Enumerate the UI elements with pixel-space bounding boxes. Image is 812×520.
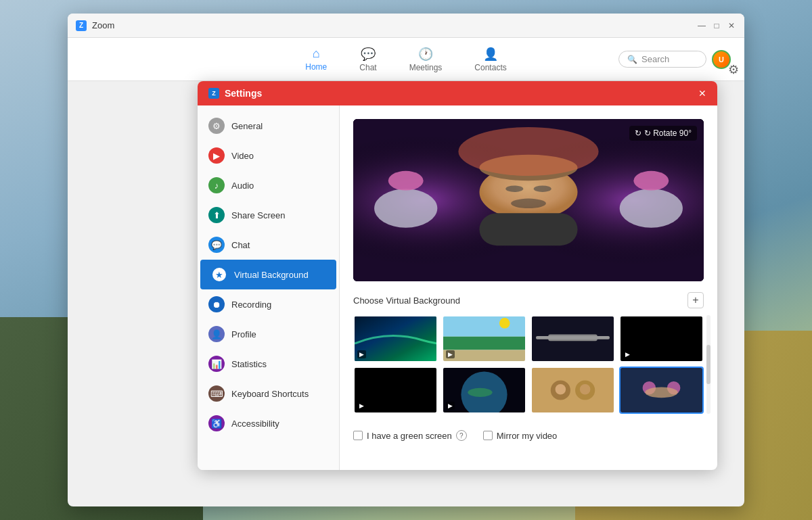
- thumb-black1-video-icon: ▶: [623, 350, 632, 358]
- thumb-video-icon: ▶: [357, 350, 366, 358]
- nav-label-meetings: Meetings: [409, 63, 443, 72]
- profile-icon: 👤: [208, 326, 225, 342]
- sidebar-item-accessibility[interactable]: ♿ Accessibility: [198, 408, 339, 438]
- thumb-beach-video-icon: ▶: [446, 350, 455, 358]
- sidebar-item-statistics[interactable]: 📊 Statistics: [198, 349, 339, 379]
- sidebar-item-share-screen[interactable]: ⬆ Share Screen: [198, 200, 339, 230]
- thumb-selected-inner: [621, 368, 702, 412]
- mirror-video-option[interactable]: Mirror my video: [483, 431, 558, 441]
- nav-label-home: Home: [305, 62, 327, 72]
- sidebar-item-audio[interactable]: ♪ Audio: [198, 170, 339, 200]
- settings-close-button[interactable]: ✕: [698, 88, 706, 99]
- close-button[interactable]: ✕: [727, 21, 736, 30]
- thumb-beach-inner: [443, 316, 525, 361]
- sidebar-label-profile: Profile: [231, 329, 256, 339]
- sidebar-item-virtual-background[interactable]: ★ Virtual Background: [200, 260, 336, 289]
- sidebar-label-keyboard: Keyboard Shortcuts: [231, 389, 309, 399]
- sidebar-item-profile[interactable]: 👤 Profile: [198, 319, 339, 349]
- vbg-section: Choose Virtual Background +: [353, 292, 704, 414]
- nav-item-contacts[interactable]: 👤 Contacts: [469, 44, 512, 75]
- thumb-cats[interactable]: [531, 367, 615, 414]
- thumb-black1[interactable]: ▶: [619, 315, 704, 362]
- svg-rect-17: [443, 350, 525, 362]
- svg-point-10: [511, 199, 546, 208]
- bottom-options: I have a green screen ? Mirror my video: [353, 425, 704, 441]
- thumb-earth[interactable]: ▶: [442, 367, 526, 414]
- settings-title: Settings: [225, 88, 698, 99]
- rotate-icon: ↻: [635, 128, 641, 138]
- mirror-label: Mirror my video: [497, 431, 558, 441]
- app-window: Z Zoom — □ ✕ ⌂ Home 💬 Chat 🕐 Meetings 👤: [68, 14, 744, 506]
- video-icon: ▶: [208, 147, 225, 164]
- sidebar-item-video[interactable]: ▶ Video: [198, 141, 339, 170]
- sidebar-label-recording: Recording: [231, 300, 271, 310]
- accessibility-icon: ♿: [208, 415, 225, 431]
- thumbnail-grid: ▶: [353, 315, 704, 414]
- share-screen-icon: ⬆: [208, 207, 225, 223]
- sidebar-item-recording[interactable]: ⏺ Recording: [198, 289, 339, 319]
- keyboard-icon: ⌨: [208, 385, 225, 402]
- statistics-icon: 📊: [208, 356, 225, 372]
- sidebar-label-share: Share Screen: [231, 210, 286, 220]
- nav-item-chat[interactable]: 💬 Chat: [354, 44, 382, 75]
- svg-point-33: [645, 387, 677, 398]
- rotate-button[interactable]: ↻ ↻ Rotate 90°: [629, 126, 697, 141]
- nav-item-meetings[interactable]: 🕐 Meetings: [404, 44, 448, 75]
- svg-point-3: [374, 189, 437, 228]
- title-bar: Z Zoom — □ ✕: [68, 14, 744, 38]
- green-screen-checkbox[interactable]: [353, 431, 363, 440]
- svg-point-6: [633, 171, 669, 191]
- svg-point-29: [580, 384, 591, 395]
- info-icon[interactable]: ?: [456, 430, 467, 441]
- sidebar-label-statistics: Statistics: [231, 359, 267, 369]
- thumb-black2[interactable]: ▶: [353, 367, 438, 414]
- settings-header: Z Settings ✕: [198, 81, 717, 105]
- aurora-visual: [355, 316, 436, 361]
- thumb-space[interactable]: [531, 315, 615, 362]
- svg-rect-16: [443, 337, 525, 350]
- minimize-button[interactable]: —: [697, 21, 706, 30]
- mirror-checkbox[interactable]: [483, 431, 493, 440]
- thumb-selected-bg[interactable]: [619, 367, 704, 414]
- thumb-black1-inner: [621, 316, 702, 361]
- settings-sidebar: ⚙ General ▶ Video ♪ Audio ⬆ Share Screen…: [198, 105, 340, 470]
- maximize-button[interactable]: □: [712, 21, 721, 30]
- sidebar-item-chat[interactable]: 💬 Chat: [198, 230, 339, 260]
- sidebar-label-video: Video: [231, 151, 254, 161]
- sidebar-label-accessibility: Accessibility: [231, 419, 279, 429]
- video-preview: ↻ ↻ Rotate 90°: [353, 119, 704, 281]
- beach-visual: [443, 316, 525, 361]
- thumb-black2-video-icon: ▶: [357, 402, 366, 410]
- green-screen-label: I have a green screen: [367, 431, 452, 441]
- search-box[interactable]: 🔍 Search: [618, 51, 706, 68]
- scrollbar-thumb[interactable]: [706, 345, 710, 384]
- space-visual: [532, 316, 614, 361]
- search-icon: 🔍: [627, 55, 637, 64]
- thumb-space-inner: [532, 316, 614, 361]
- sidebar-item-keyboard-shortcuts[interactable]: ⌨ Keyboard Shortcuts: [198, 379, 339, 408]
- thumb-earth-inner: [443, 368, 525, 412]
- chat-icon: 💬: [361, 47, 376, 62]
- thumb-aurora[interactable]: ▶: [353, 315, 438, 362]
- nav-item-home[interactable]: ⌂ Home: [300, 44, 332, 75]
- green-screen-option[interactable]: I have a green screen ?: [353, 430, 467, 441]
- settings-gear-icon[interactable]: ⚙: [723, 57, 744, 82]
- thumb-aurora-inner: [355, 316, 436, 361]
- svg-rect-15: [443, 316, 525, 337]
- virtual-background-icon: ★: [211, 266, 227, 283]
- sidebar-label-general: General: [231, 121, 263, 131]
- svg-point-4: [620, 189, 683, 228]
- sidebar-label-audio: Audio: [231, 181, 254, 191]
- thumb-earth-video-icon: ▶: [446, 402, 455, 410]
- svg-point-24: [468, 388, 492, 397]
- home-icon: ⌂: [313, 47, 320, 61]
- sidebar-item-general[interactable]: ⚙ General: [198, 111, 339, 141]
- main-toolbar: ⌂ Home 💬 Chat 🕐 Meetings 👤 Contacts 🔍 Se…: [68, 38, 744, 81]
- scrollbar-track[interactable]: [706, 315, 710, 414]
- meetings-icon: 🕐: [418, 47, 433, 62]
- add-background-button[interactable]: +: [687, 292, 704, 308]
- thumb-beach[interactable]: ▶: [442, 315, 526, 362]
- sidebar-label-vbg: Virtual Background: [234, 270, 309, 280]
- vbg-label: Choose Virtual Background: [353, 296, 460, 306]
- nav-label-contacts: Contacts: [474, 63, 506, 72]
